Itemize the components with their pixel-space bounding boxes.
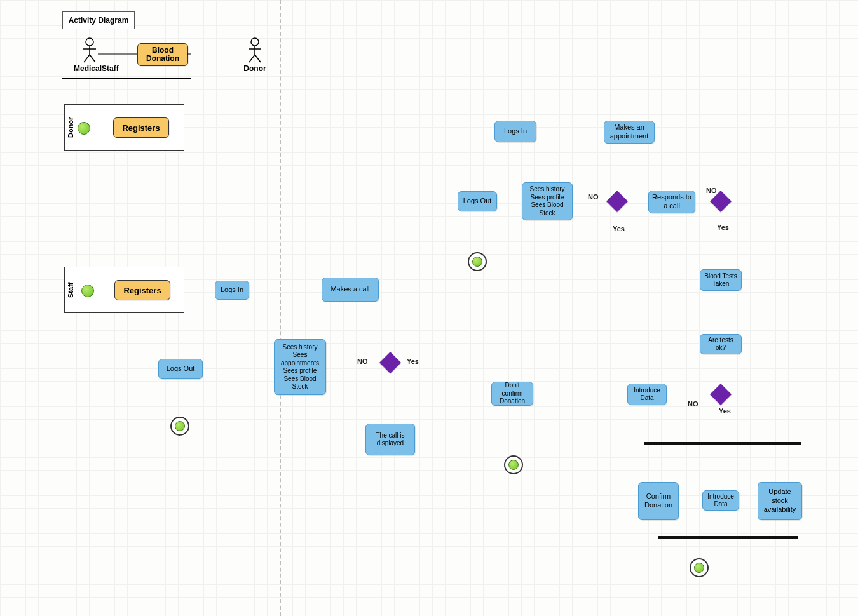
actor-label: Donor	[239, 64, 271, 73]
end-node	[468, 252, 487, 271]
edge-label-yes: Yes	[613, 225, 625, 232]
edge-label-yes: Yes	[717, 224, 729, 231]
end-node	[170, 417, 189, 436]
node-introduce-data-2: Introduce Data	[702, 490, 739, 511]
node-logs-in-staff: Logs In	[215, 281, 249, 300]
node-sees-staff: Sees history Sees appointments Sees prof…	[274, 339, 326, 395]
fork-bar	[644, 442, 801, 445]
node-makes-call: Makes a call	[322, 278, 379, 302]
node-logs-in: Logs In	[494, 121, 536, 142]
node-makes-appointment: Makes an appointment	[604, 121, 655, 144]
node-blood-tests: Blood Tests Taken	[700, 269, 742, 291]
edge-label-no: NO	[688, 400, 698, 408]
join-bar	[658, 536, 798, 539]
activity-registers-staff: Registers	[114, 280, 170, 300]
edge-label-no: NO	[588, 193, 599, 201]
node-responds-call: Responds to a call	[648, 191, 695, 213]
actor-icon	[247, 37, 263, 63]
node-call-displayed: The call is displayed	[365, 424, 415, 455]
node-introduce-data: Introduce Data	[627, 384, 667, 405]
start-node	[81, 285, 94, 297]
swimlane-divider	[280, 0, 281, 616]
swimlane-label: Staff	[64, 267, 76, 312]
edge-label-yes: Yes	[719, 407, 731, 415]
svg-line-8	[249, 55, 255, 62]
edge-label-no: NO	[706, 187, 717, 194]
node-sees-donor: Sees history Sees profile Sees Blood Sto…	[522, 182, 573, 220]
start-node	[78, 122, 90, 135]
end-node	[504, 455, 523, 474]
activity-registers-donor: Registers	[113, 117, 169, 138]
actor-donor: Donor	[239, 37, 271, 73]
node-logs-out-staff: Logs Out	[158, 359, 203, 379]
edge-label-yes: Yes	[407, 358, 419, 365]
svg-line-9	[255, 55, 261, 62]
svg-point-5	[251, 38, 259, 46]
node-logs-out-donor: Logs Out	[458, 191, 497, 211]
node-tests-ok: Are tests ok?	[700, 334, 742, 354]
node-dont-confirm: Don't confirm Donation	[491, 382, 533, 406]
end-node	[690, 558, 709, 577]
swimlane-label: Donor	[64, 105, 76, 150]
node-update-stock: Update stock availability	[758, 482, 802, 520]
edge-label-no: NO	[357, 358, 368, 365]
node-confirm-donation: Confirm Donation	[638, 482, 679, 520]
